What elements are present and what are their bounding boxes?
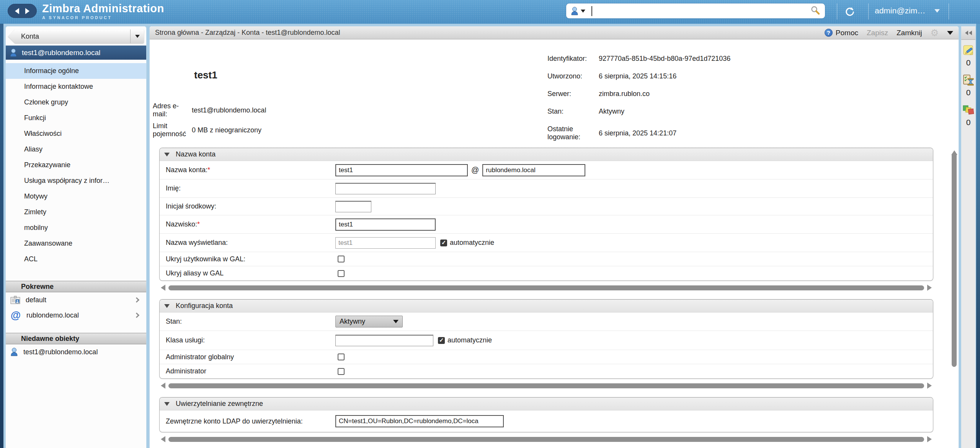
cos-input[interactable] — [335, 335, 433, 346]
note-pencil-icon[interactable] — [963, 44, 974, 57]
section-title: Nazwa konta — [176, 150, 216, 158]
chevron-right-icon[interactable] — [134, 297, 139, 303]
hide-aliases-label: Ukryj aliasy w GAL — [166, 269, 335, 277]
sidebar-item-informacje-ogolne[interactable]: Informacje ogólne — [6, 63, 146, 79]
status-value: Aktywny — [599, 108, 943, 116]
middle-initial-input[interactable] — [335, 201, 371, 212]
vertical-scrollbar[interactable] — [951, 144, 957, 446]
section-external-auth: Uwierzytelnianie zewnętrzne Zewnętrzne k… — [159, 397, 933, 432]
horizontal-scrollbar[interactable] — [161, 285, 932, 291]
sidebar-item-mobilny[interactable]: mobilny — [6, 220, 146, 236]
collapse-panel-button[interactable] — [961, 26, 975, 40]
chevron-down-icon[interactable] — [947, 31, 953, 35]
lastlogin-value: 6 sierpnia, 2025 14:21:07 — [599, 129, 943, 137]
related-item-domain[interactable]: @ rublondemo.local — [6, 308, 146, 323]
id-label: Identyfikator: — [547, 55, 599, 63]
server-value: zimbra.rublon.co — [599, 90, 943, 98]
quota-value: 0 MB z nieograniczony — [192, 126, 345, 134]
last-name-label: Nazwisko:* — [166, 220, 335, 228]
display-name-auto-checkbox[interactable] — [440, 239, 447, 246]
account-summary: test1 Adres e-mail: test1@rublondemo.loc… — [150, 39, 951, 148]
tasks-count: 0 — [966, 88, 971, 97]
separator — [837, 3, 837, 20]
collapse-triangle-icon[interactable] — [164, 402, 170, 406]
scrollbar-thumb[interactable] — [952, 153, 957, 367]
sidebar-selected-account[interactable]: test1@rublondemo.local — [6, 46, 146, 60]
scroll-left-icon[interactable] — [161, 436, 165, 442]
horizontal-scrollbar[interactable] — [161, 436, 932, 442]
related-item-label: rublondemo.local — [26, 311, 129, 319]
ldap-input[interactable] — [335, 415, 504, 427]
back-icon[interactable] — [15, 8, 19, 14]
search-input[interactable] — [592, 5, 810, 17]
person-icon — [10, 347, 18, 357]
first-name-input[interactable] — [335, 183, 436, 194]
last-name-input[interactable] — [335, 218, 436, 231]
auto-label: automatycznie — [448, 336, 492, 344]
refresh-icon[interactable] — [844, 6, 856, 18]
chevron-right-icon[interactable] — [134, 313, 139, 318]
sidebar-item-przekazywanie[interactable]: Przekazywanie — [6, 157, 146, 173]
sidebar-item-acl[interactable]: ACL — [6, 251, 146, 267]
scroll-right-icon[interactable] — [927, 436, 932, 442]
scroll-left-icon[interactable] — [161, 383, 165, 389]
quota-label: Limit pojemność — [153, 122, 192, 138]
hide-in-gal-checkbox[interactable] — [338, 256, 345, 262]
sidebar-item-zimlety[interactable]: Zimlety — [6, 204, 146, 220]
middle-initial-label: Inicjał środkowy: — [166, 202, 335, 210]
account-title: test1 — [194, 69, 217, 81]
scroll-right-icon[interactable] — [927, 383, 932, 389]
section-external-auth-header[interactable]: Uwierzytelnianie zewnętrzne — [160, 397, 933, 411]
domain-input[interactable] — [482, 164, 585, 176]
recent-objects-header: Niedawne obiekty — [6, 333, 146, 344]
help-button[interactable]: Pomoc — [825, 29, 858, 37]
chevron-down-icon — [393, 320, 399, 323]
sidebar-item-wlasciwosci[interactable]: Właściwości — [6, 126, 146, 142]
forward-icon[interactable] — [25, 8, 29, 14]
search-type-selector[interactable] — [566, 7, 589, 16]
related-item-default[interactable]: default — [6, 292, 146, 308]
account-section-nav: Informacje ogólne Informacje kontaktowe … — [6, 63, 146, 267]
cos-card-icon — [10, 296, 20, 304]
save-button[interactable]: Zapisz — [867, 29, 888, 37]
separator — [949, 3, 949, 20]
cos-auto-checkbox[interactable] — [438, 337, 445, 344]
sidebar-item-informacje-kontaktowe[interactable]: Informacje kontaktowe — [6, 79, 146, 94]
scrollbar-thumb[interactable] — [168, 285, 924, 290]
window-frame-right — [976, 24, 980, 448]
nav-scope-dropdown[interactable] — [130, 29, 144, 43]
display-name-input[interactable] — [335, 237, 436, 249]
horizontal-scrollbar[interactable] — [161, 383, 932, 389]
global-admin-checkbox[interactable] — [338, 354, 345, 360]
scrollbar-thumb[interactable] — [168, 437, 924, 442]
scrollbar-thumb[interactable] — [168, 383, 924, 388]
sidebar-item-aliasy[interactable]: Aliasy — [6, 142, 146, 157]
section-account-setup-header[interactable]: Konfiguracja konta — [160, 300, 933, 313]
scroll-left-icon[interactable] — [161, 285, 165, 291]
sidebar-item-zaawansowane[interactable]: Zaawansowane — [6, 236, 146, 251]
section-account-name-header[interactable]: Nazwa konta — [160, 148, 933, 161]
account-name-label: Nazwa konta:* — [166, 166, 335, 174]
sidebar-item-czlonek-grupy[interactable]: Członek grupy — [6, 94, 146, 110]
collapse-triangle-icon[interactable] — [164, 304, 170, 308]
clipboard-hourglass-icon[interactable] — [963, 74, 974, 87]
account-name-input[interactable] — [335, 164, 468, 176]
nav-scope-selector[interactable]: Konta — [8, 29, 144, 43]
gear-icon[interactable] — [930, 28, 939, 38]
collapse-triangle-icon[interactable] — [164, 153, 170, 156]
hide-aliases-checkbox[interactable] — [338, 270, 345, 277]
status-select[interactable]: Aktywny — [335, 316, 403, 327]
search-icon[interactable] — [810, 5, 820, 17]
account-summary-left: Adres e-mail: test1@rublondemo.local Lim… — [153, 102, 345, 138]
scroll-right-icon[interactable] — [927, 285, 932, 291]
breadcrumb: Strona główna - Zarządzaj - Konta - test… — [155, 29, 340, 37]
recent-object-item[interactable]: test1@rublondemo.local — [6, 344, 146, 360]
colored-squares-icon[interactable] — [963, 104, 974, 117]
content-panel: Strona główna - Zarządzaj - Konta - test… — [149, 26, 959, 448]
user-menu[interactable]: admin@zim… — [875, 6, 940, 15]
sidebar-item-motywy[interactable]: Motywy — [6, 189, 146, 204]
sidebar-item-funkcji[interactable]: Funkcji — [6, 110, 146, 126]
close-button[interactable]: Zamknij — [897, 29, 922, 37]
admin-checkbox[interactable] — [338, 368, 345, 375]
sidebar-item-usluga-wspolpracy[interactable]: Usługa współpracy z infor… — [6, 173, 146, 189]
